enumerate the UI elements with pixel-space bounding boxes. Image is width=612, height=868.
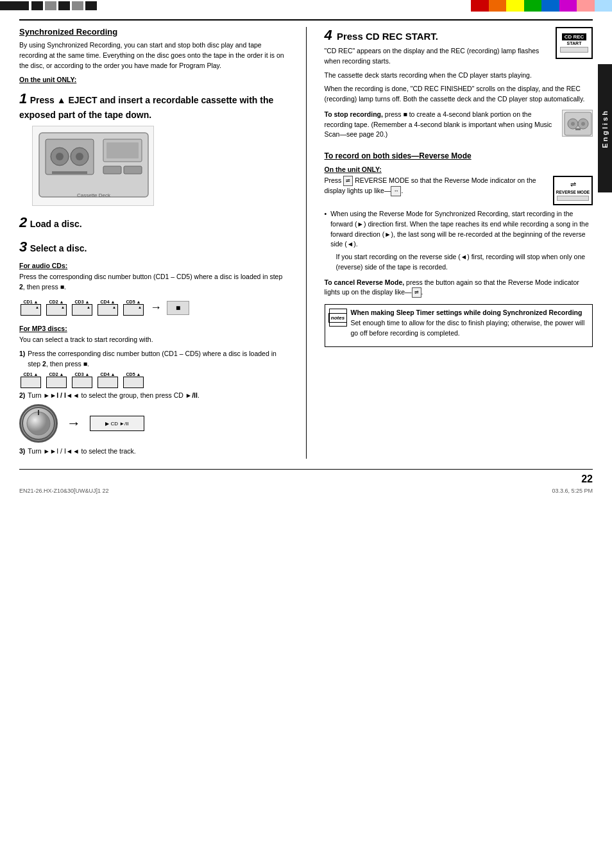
knob-arrow-icon: → (67, 415, 81, 432)
svg-rect-20 (575, 128, 581, 130)
header-stripes (31, 1, 97, 10)
stripe3 (58, 1, 70, 10)
notes-heading: When making Sleep Timer settings while d… (351, 309, 589, 316)
cd-play-button[interactable]: ▶ CD ►/II (90, 416, 144, 431)
step3-text: Select a disc. (30, 243, 87, 253)
cd-rec-button-lines (560, 47, 588, 53)
reverse-mode-heading: To record on both sides—Reverse Mode (325, 151, 593, 160)
step2-text: Load a disc. (30, 219, 82, 229)
cassette-deck-svg: Cassette Deck (32, 126, 154, 206)
step4-heading: 4 Press CD REC START. (325, 27, 593, 44)
stripe1 (31, 1, 43, 10)
step1-heading: 1 Press ▲ EJECT and insert a recordable … (19, 90, 288, 121)
left-column: Synchronized Recording By using Synchron… (19, 27, 288, 459)
step1-text: Press ▲ EJECT and insert a recordable ca… (19, 95, 273, 120)
section-title: Synchronized Recording (19, 27, 288, 37)
for-mp3-label: For MP3 discs: (19, 325, 288, 332)
notes-icon: notes (329, 309, 347, 327)
notes-icon-label: notes (328, 313, 347, 323)
reverse-mode-inline-icon: ⇌ (343, 176, 353, 186)
color-block (541, 0, 559, 12)
mp3-step3-text: Turn ►►I / I◄◄ to select the track. (28, 447, 135, 457)
cd2-button[interactable]: CD2 ▲ (46, 300, 67, 316)
mp3-cd5-button[interactable]: CD5 ▲ (123, 372, 144, 388)
to-stop-label: To stop recording, press ■ to create a 4… (325, 110, 552, 139)
reverse-mode-icon-label: REVERSE MODE (556, 190, 590, 195)
cd3-button[interactable]: CD3 ▲ (72, 300, 92, 316)
stop-recording-area: To stop recording, press ■ to create a 4… (325, 110, 593, 144)
step4-num: 4 (325, 27, 332, 43)
step3-heading: 3 Select a disc. (19, 238, 288, 257)
top-left-header (0, 0, 180, 12)
bullet1-indent-text: If you start recording on the reverse si… (336, 252, 593, 273)
reverse-mode-button-icon-area: ⇌ REVERSE MODE (553, 176, 593, 205)
reverse-mode-button-lines (557, 196, 589, 201)
language-label: English (601, 109, 609, 148)
cd5-button[interactable]: CD5 ▲ (123, 300, 144, 316)
knob-image (19, 404, 58, 443)
column-divider (306, 27, 307, 459)
mp3-step2-text: Turn ►►I / I◄◄ to select the group, then… (28, 391, 200, 401)
reverse-para1: Press ⇌ REVERSE MODE so that the Reverse… (325, 176, 548, 201)
color-block (471, 0, 489, 12)
audio-cd-buttons-row: CD1 ▲ CD2 ▲ CD3 ▲ CD4 ▲ (19, 300, 189, 316)
reverse-mode-icon-symbol: ⇌ (570, 180, 576, 189)
svg-point-13 (27, 412, 50, 435)
color-block (506, 0, 524, 12)
for-audio-cds-text: Press the corresponding disc number butt… (19, 272, 288, 293)
step4-para3: When the recording is done, "CD REC FINI… (325, 84, 593, 105)
mp3-step3: 3) Turn ►►I / I◄◄ to select the track. (19, 447, 288, 457)
top-color-bar (471, 0, 612, 12)
reverse-mode-heading-text: To record on both sides—Reverse Mode (325, 151, 472, 160)
right-column: CD REC START 4 Press CD REC START. "CD R… (325, 27, 593, 459)
step4-wrapper: CD REC START 4 Press CD REC START. "CD R… (325, 27, 593, 105)
main-content: Synchronized Recording By using Synchron… (19, 19, 593, 849)
bullet1-text: When using the Reverse Mode for Synchron… (330, 209, 593, 250)
intro-text: By using Synchronized Recording, you can… (19, 40, 288, 71)
footer: EN21-26.HX-Z10&30[UW&UJ]1 22 03.3.6, 5:2… (19, 488, 593, 494)
top-divider (19, 19, 593, 21)
content-columns: Synchronized Recording By using Synchron… (19, 27, 593, 459)
start-label: START (567, 41, 582, 46)
mp3-cd-buttons-row: CD1 ▲ CD2 ▲ CD3 ▲ CD4 ▲ CD5 ▲ (19, 372, 288, 388)
notes-text: Set enough time to allow for the disc to… (351, 318, 589, 339)
step4-para2: The cassette deck starts recording when … (325, 71, 593, 81)
svg-rect-8 (106, 142, 139, 158)
to-stop-text: To stop recording, press ■ to create a 4… (325, 110, 557, 140)
svg-rect-9 (103, 166, 121, 174)
bottom-divider (19, 469, 593, 470)
language-tab: English (598, 64, 612, 192)
stripe2 (45, 1, 56, 10)
footer-right: 03.3.6, 5:25 PM (552, 488, 593, 494)
mp3-cd2-button[interactable]: CD2 ▲ (46, 372, 67, 388)
notes-content: When making Sleep Timer settings while d… (351, 309, 589, 343)
step1-num: 1 (19, 90, 27, 106)
color-block (577, 0, 595, 12)
color-block (559, 0, 577, 12)
svg-point-5 (76, 153, 83, 160)
mp3-step2: 2) Turn ►►I / I◄◄ to select the group, t… (19, 391, 288, 401)
mp3-cd4-button[interactable]: CD4 ▲ (98, 372, 118, 388)
cd-rec-icon-area: CD REC START (556, 27, 593, 59)
svg-text:Cassette Deck: Cassette Deck (77, 192, 111, 198)
svg-rect-10 (124, 166, 142, 174)
mp3-cd1-button[interactable]: CD1 ▲ (21, 372, 41, 388)
cancel-text-area: To cancel Reverse Mode, press the button… (325, 278, 593, 298)
cd-play-label: ▶ CD ►/II (105, 421, 129, 427)
cd-rec-label: CD REC (562, 33, 587, 40)
bullet1-item: • When using the Reverse Mode for Synchr… (325, 209, 593, 250)
mp3-step1-text: Press the corresponding disc number butt… (28, 349, 287, 370)
bullet-dot: • (325, 209, 327, 250)
on-unit-only-label2: On the unit ONLY: (325, 166, 593, 173)
step4-heading-text: Press CD REC START. (337, 31, 438, 42)
step2-num: 2 (19, 214, 27, 230)
cd1-button[interactable]: CD1 ▲ (21, 300, 41, 316)
cd4-button[interactable]: CD4 ▲ (98, 300, 118, 316)
stop-tape-icon-area (562, 110, 593, 144)
mp3-cd3-button[interactable]: CD3 ▲ (72, 372, 92, 388)
svg-rect-6 (52, 171, 87, 174)
step4-para1: "CD REC" appears on the display and the … (325, 46, 593, 67)
step2-heading: 2 Load a disc. (19, 214, 288, 232)
cancel-display-icon: ⇌ (412, 287, 421, 298)
knob-area: → ▶ CD ►/II (19, 404, 288, 443)
